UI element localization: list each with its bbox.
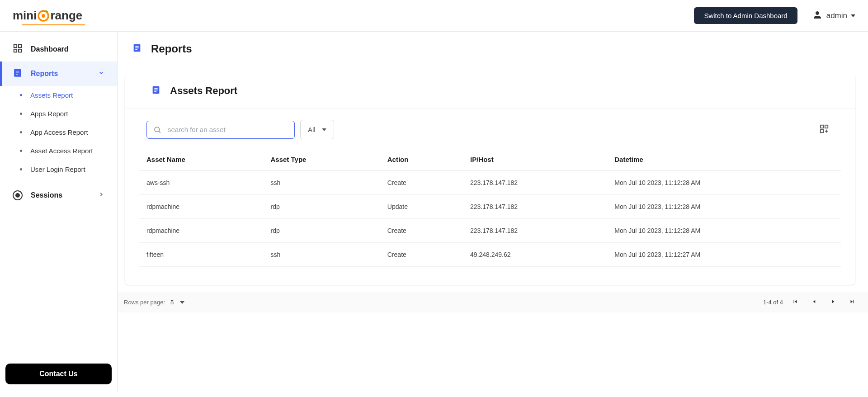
page-title: Reports — [151, 43, 192, 55]
cell-name: rdpmachine — [139, 219, 264, 243]
cell-type: ssh — [264, 171, 380, 195]
cell-datetime: Mon Jul 10 2023, 11:12:28 AM — [607, 171, 841, 195]
grid-view-button[interactable] — [819, 124, 829, 136]
cell-name: rdpmachine — [139, 195, 264, 219]
cell-ip: 49.248.249.62 — [463, 243, 607, 267]
table-row: fifteensshCreate49.248.249.62Mon Jul 10 … — [139, 243, 841, 267]
logo-text-suffix: range — [50, 9, 82, 23]
user-icon — [812, 9, 823, 22]
contact-us-button[interactable]: Contact Us — [5, 364, 112, 384]
subnav-label: Apps Report — [30, 110, 68, 118]
cell-type: rdp — [264, 219, 380, 243]
cell-ip: 223.178.147.182 — [463, 171, 607, 195]
col-action: Action — [380, 148, 463, 171]
subnav-app-access-report[interactable]: App Access Report — [0, 123, 117, 142]
article-icon — [132, 43, 142, 55]
assets-table: Asset Name Asset Type Action IP/Host Dat… — [139, 148, 841, 267]
search-wrap[interactable] — [146, 121, 295, 139]
svg-point-6 — [155, 127, 160, 132]
cell-action: Create — [380, 171, 463, 195]
cell-datetime: Mon Jul 10 2023, 11:12:28 AM — [607, 219, 841, 243]
page-header: Reports — [118, 32, 868, 66]
cell-type: rdp — [264, 195, 380, 219]
table-row: aws-sshsshCreate223.178.147.182Mon Jul 1… — [139, 171, 841, 195]
card-title: Assets Report — [170, 85, 237, 97]
svg-line-7 — [159, 131, 160, 132]
rows-per-page-select[interactable]: 5 — [170, 299, 184, 306]
cell-action: Create — [380, 243, 463, 267]
cell-ip: 223.178.147.182 — [463, 219, 607, 243]
sidebar-item-label: Reports — [31, 70, 58, 78]
search-input[interactable] — [168, 126, 288, 133]
main-content: Reports Assets Report All — [118, 32, 868, 392]
bullet-icon — [20, 168, 22, 170]
user-name: admin — [826, 11, 847, 20]
cell-action: Update — [380, 195, 463, 219]
reports-subnav: Assets Report Apps Report App Access Rep… — [0, 86, 117, 179]
caret-down-icon — [322, 128, 326, 132]
rows-per-page-label: Rows per page: — [124, 299, 165, 306]
pagination: Rows per page: 5 1-4 of 4 — [118, 292, 868, 312]
svg-rect-3 — [19, 45, 21, 47]
cell-ip: 223.178.147.182 — [463, 195, 607, 219]
subnav-label: User Login Report — [30, 165, 85, 173]
cell-name: fifteen — [139, 243, 264, 267]
logo[interactable]: mini range — [13, 9, 82, 23]
first-page-button[interactable] — [792, 298, 798, 306]
chevron-right-icon — [98, 191, 104, 199]
logo-underline — [22, 24, 85, 25]
table-header-row: Asset Name Asset Type Action IP/Host Dat… — [139, 148, 841, 171]
article-icon — [151, 85, 161, 97]
subnav-label: Asset Access Report — [30, 147, 93, 155]
last-page-button[interactable] — [849, 298, 855, 306]
grid-add-icon — [819, 124, 829, 134]
col-asset-type: Asset Type — [264, 148, 380, 171]
switch-dashboard-button[interactable]: Switch to Admin Dashboard — [694, 7, 797, 24]
sidebar-item-label: Dashboard — [31, 45, 69, 53]
assets-report-card: Assets Report All — [125, 73, 855, 285]
sessions-icon — [13, 190, 23, 200]
caret-down-icon — [180, 300, 184, 305]
next-page-button[interactable] — [830, 298, 836, 306]
subnav-label: Assets Report — [30, 91, 73, 99]
subnav-apps-report[interactable]: Apps Report — [0, 104, 117, 123]
caret-down-icon — [851, 12, 855, 20]
table-row: rdpmachinerdpCreate223.178.147.182Mon Ju… — [139, 219, 841, 243]
asset-type-filter[interactable]: All — [300, 120, 334, 139]
cell-action: Create — [380, 219, 463, 243]
sidebar-item-reports[interactable]: Reports — [0, 61, 117, 86]
subnav-assets-report[interactable]: Assets Report — [0, 86, 117, 104]
subnav-user-login-report[interactable]: User Login Report — [0, 160, 117, 179]
subnav-label: App Access Report — [30, 128, 88, 136]
cell-datetime: Mon Jul 10 2023, 11:12:27 AM — [607, 243, 841, 267]
card-header: Assets Report — [125, 73, 855, 109]
dashboard-icon — [13, 43, 23, 55]
sidebar-item-label: Sessions — [31, 191, 62, 199]
chevron-down-icon — [98, 70, 104, 78]
bullet-icon — [20, 150, 22, 152]
col-asset-name: Asset Name — [139, 148, 264, 171]
rows-value: 5 — [170, 299, 174, 306]
sidebar-item-dashboard[interactable]: Dashboard — [0, 37, 117, 61]
filter-value: All — [308, 126, 316, 133]
bullet-icon — [20, 94, 22, 96]
svg-rect-9 — [825, 125, 828, 128]
table-row: rdpmachinerdpUpdate223.178.147.182Mon Ju… — [139, 195, 841, 219]
toolbar: All — [125, 109, 855, 143]
user-menu[interactable]: admin — [812, 9, 855, 22]
table-wrap: Asset Name Asset Type Action IP/Host Dat… — [125, 143, 855, 285]
app-header: mini range Switch to Admin Dashboard adm… — [0, 0, 868, 32]
sidebar-item-sessions[interactable]: Sessions — [0, 184, 117, 207]
prev-page-button[interactable] — [811, 298, 817, 306]
sidebar: Dashboard Reports Assets Report Apps Rep… — [0, 32, 118, 392]
subnav-asset-access-report[interactable]: Asset Access Report — [0, 142, 117, 160]
cell-datetime: Mon Jul 10 2023, 11:12:28 AM — [607, 195, 841, 219]
logo-orange-icon — [37, 9, 50, 23]
col-ip-host: IP/Host — [463, 148, 607, 171]
page-range: 1-4 of 4 — [763, 299, 783, 306]
svg-rect-8 — [821, 125, 823, 128]
svg-rect-5 — [19, 49, 21, 52]
svg-point-1 — [42, 14, 45, 18]
reports-icon — [13, 68, 23, 80]
page-controls — [792, 298, 855, 306]
